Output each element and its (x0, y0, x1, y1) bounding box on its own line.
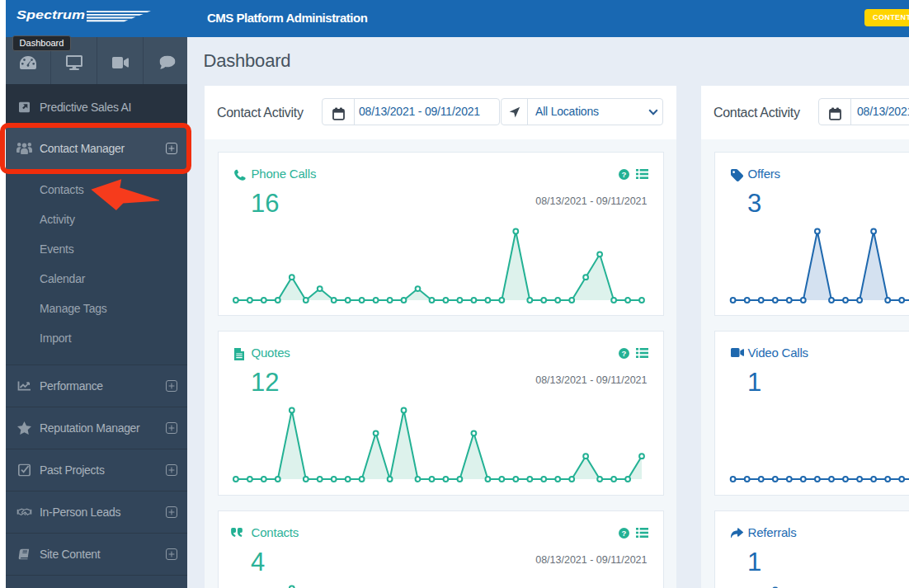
svg-text:?: ? (622, 529, 627, 538)
svg-text:?: ? (622, 170, 627, 179)
svg-text:?: ? (622, 349, 627, 358)
svg-text:Spectrum: Spectrum (16, 7, 85, 21)
